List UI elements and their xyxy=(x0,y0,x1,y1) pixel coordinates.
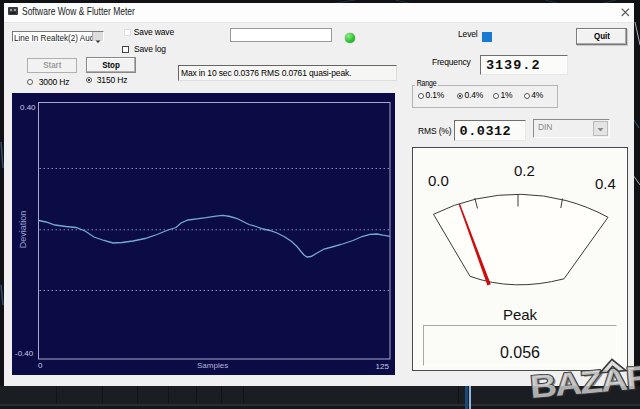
svg-text:-0.40: -0.40 xyxy=(15,349,34,358)
svg-text:0: 0 xyxy=(38,361,43,370)
svg-text:Deviation: Deviation xyxy=(18,211,28,249)
svg-text:Samples: Samples xyxy=(197,361,228,370)
svg-text:0.40: 0.40 xyxy=(20,103,36,112)
svg-text:125: 125 xyxy=(376,362,390,371)
